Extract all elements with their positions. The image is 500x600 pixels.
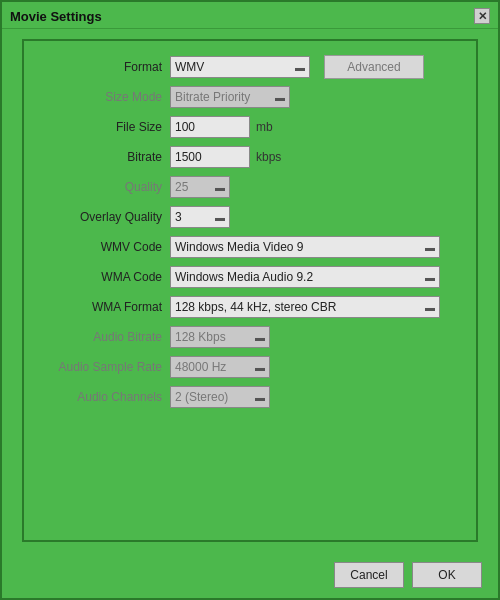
footer: Cancel OK (2, 552, 498, 598)
audiosamplerate-field-group: 48000 Hz ▬ (170, 356, 460, 378)
audiobitrate-select[interactable]: 128 Kbps ▬ (170, 326, 270, 348)
sizemode-label: Size Mode (40, 90, 170, 104)
spacer (40, 415, 460, 526)
quality-value: 25 (175, 180, 188, 194)
audiosamplerate-label: Audio Sample Rate (40, 360, 170, 374)
audiochannels-arrow-icon: ▬ (249, 392, 265, 403)
filesize-input[interactable] (170, 116, 250, 138)
content-area: Format WMV ▬ Advanced Size Mode Bitrate (2, 29, 498, 552)
quality-label: Quality (40, 180, 170, 194)
format-label: Format (40, 60, 170, 74)
audiobitrate-field-group: 128 Kbps ▬ (170, 326, 460, 348)
wma-select[interactable]: Windows Media Audio 9.2 ▬ (170, 266, 440, 288)
bitrate-row: Bitrate kbps (40, 145, 460, 169)
quality-select[interactable]: 25 ▬ (170, 176, 230, 198)
sizemode-field-group: Bitrate Priority ▬ (170, 86, 460, 108)
audiochannels-row: Audio Channels 2 (Stereo) ▬ (40, 385, 460, 409)
ok-button[interactable]: OK (412, 562, 482, 588)
audiobitrate-row: Audio Bitrate 128 Kbps ▬ (40, 325, 460, 349)
format-field-group: WMV ▬ Advanced (170, 55, 460, 79)
quality-arrow-icon: ▬ (209, 182, 225, 193)
bitrate-unit: kbps (256, 150, 281, 164)
wmaformat-arrow-icon: ▬ (419, 302, 435, 313)
quality-row: Quality 25 ▬ (40, 175, 460, 199)
wmv-value: Windows Media Video 9 (175, 240, 304, 254)
audiosamplerate-arrow-icon: ▬ (249, 362, 265, 373)
overlay-field-group: 3 ▬ (170, 206, 460, 228)
wmaformat-value: 128 kbps, 44 kHz, stereo CBR (175, 300, 336, 314)
close-button[interactable]: ✕ (474, 8, 490, 24)
filesize-unit: mb (256, 120, 273, 134)
wma-field-group: Windows Media Audio 9.2 ▬ (170, 266, 460, 288)
audiosamplerate-value: 48000 Hz (175, 360, 226, 374)
wmv-arrow-icon: ▬ (419, 242, 435, 253)
wmaformat-select[interactable]: 128 kbps, 44 kHz, stereo CBR ▬ (170, 296, 440, 318)
cancel-button[interactable]: Cancel (334, 562, 404, 588)
format-arrow-icon: ▬ (289, 62, 305, 73)
audiobitrate-arrow-icon: ▬ (249, 332, 265, 343)
format-select[interactable]: WMV ▬ (170, 56, 310, 78)
overlay-row: Overlay Quality 3 ▬ (40, 205, 460, 229)
audiosamplerate-row: Audio Sample Rate 48000 Hz ▬ (40, 355, 460, 379)
audiobitrate-label: Audio Bitrate (40, 330, 170, 344)
format-row: Format WMV ▬ Advanced (40, 55, 460, 79)
filesize-row: File Size mb (40, 115, 460, 139)
title-bar: Movie Settings ✕ (2, 2, 498, 29)
wma-label: WMA Code (40, 270, 170, 284)
wma-arrow-icon: ▬ (419, 272, 435, 283)
wmaformat-label: WMA Format (40, 300, 170, 314)
wma-row: WMA Code Windows Media Audio 9.2 ▬ (40, 265, 460, 289)
sizemode-select[interactable]: Bitrate Priority ▬ (170, 86, 290, 108)
wmaformat-row: WMA Format 128 kbps, 44 kHz, stereo CBR … (40, 295, 460, 319)
wmv-row: WMV Code Windows Media Video 9 ▬ (40, 235, 460, 259)
audiosamplerate-select[interactable]: 48000 Hz ▬ (170, 356, 270, 378)
quality-field-group: 25 ▬ (170, 176, 460, 198)
wmaformat-field-group: 128 kbps, 44 kHz, stereo CBR ▬ (170, 296, 460, 318)
sizemode-value: Bitrate Priority (175, 90, 250, 104)
overlay-value: 3 (175, 210, 182, 224)
wmv-select[interactable]: Windows Media Video 9 ▬ (170, 236, 440, 258)
audiochannels-label: Audio Channels (40, 390, 170, 404)
format-value: WMV (175, 60, 204, 74)
sizemode-row: Size Mode Bitrate Priority ▬ (40, 85, 460, 109)
overlay-arrow-icon: ▬ (209, 212, 225, 223)
audiochannels-field-group: 2 (Stereo) ▬ (170, 386, 460, 408)
movie-settings-window: Movie Settings ✕ Format WMV ▬ Advanced (0, 0, 500, 600)
audiobitrate-value: 128 Kbps (175, 330, 226, 344)
filesize-label: File Size (40, 120, 170, 134)
bitrate-label: Bitrate (40, 150, 170, 164)
overlay-select[interactable]: 3 ▬ (170, 206, 230, 228)
filesize-field-group: mb (170, 116, 460, 138)
advanced-button[interactable]: Advanced (324, 55, 424, 79)
bitrate-input[interactable] (170, 146, 250, 168)
wmv-label: WMV Code (40, 240, 170, 254)
audiochannels-value: 2 (Stereo) (175, 390, 228, 404)
audiochannels-select[interactable]: 2 (Stereo) ▬ (170, 386, 270, 408)
wmv-field-group: Windows Media Video 9 ▬ (170, 236, 460, 258)
bitrate-field-group: kbps (170, 146, 460, 168)
overlay-label: Overlay Quality (40, 210, 170, 224)
settings-box: Format WMV ▬ Advanced Size Mode Bitrate (22, 39, 478, 542)
sizemode-arrow-icon: ▬ (269, 92, 285, 103)
window-title: Movie Settings (10, 9, 102, 24)
wma-value: Windows Media Audio 9.2 (175, 270, 313, 284)
